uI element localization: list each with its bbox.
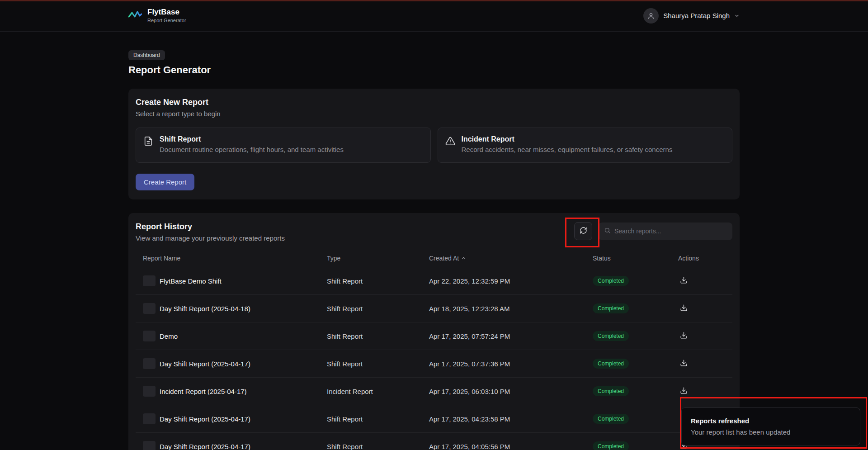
report-status-cell: Completed [585,303,671,313]
status-badge: Completed [593,441,629,450]
status-badge: Completed [593,303,629,313]
report-table: Report Name Type Created At Status Actio… [136,249,732,450]
report-name: Incident Report (2025-04-17) [160,388,247,395]
status-badge: Completed [593,276,629,286]
create-card-subtitle: Select a report type to begin [136,110,732,118]
report-actions-cell [671,330,732,342]
brand-subtitle: Report Generator [147,18,186,23]
option-title: Incident Report [462,135,673,143]
column-type[interactable]: Type [320,255,422,262]
report-history-card: Report History View and manage your prev… [128,213,740,450]
option-incident-report[interactable]: Incident Report Record accidents, near m… [438,128,733,163]
report-created-at-cell: Apr 17, 2025, 07:57:24 PM [422,332,585,340]
report-actions-cell [671,357,732,370]
report-type-cell: Shift Report [320,277,422,285]
report-type-cell: Incident Report [320,388,422,395]
report-name-cell: Day Shift Report (2025-04-17) [136,441,320,450]
search-icon [604,227,611,236]
history-card-subtitle: View and manage your previously created … [136,234,285,242]
table-row[interactable]: Incident Report (2025-04-17) Incident Re… [136,378,732,405]
search-input[interactable] [614,227,727,235]
column-actions: Actions [671,255,732,262]
report-type-cell: Shift Report [320,443,422,450]
search-box [599,223,732,240]
chevron-down-icon [734,13,740,19]
report-created-at-cell: Apr 17, 2025, 06:03:10 PM [422,388,585,395]
download-button[interactable] [678,302,689,315]
report-name: Demo [160,332,178,340]
download-button[interactable] [678,357,689,370]
report-name-cell: Day Shift Report (2025-04-18) [136,303,320,314]
report-actions-cell [671,302,732,315]
download-button[interactable] [678,385,689,398]
option-description: Record accidents, near misses, equipment… [462,146,673,153]
report-status-cell: Completed [585,359,671,369]
report-leading-box [143,331,156,341]
report-leading-box [143,303,156,314]
report-name: Day Shift Report (2025-04-17) [160,415,250,423]
report-leading-box [143,413,156,424]
file-text-icon [143,136,153,146]
download-icon [680,387,688,396]
app-header: FlytBase Report Generator Shaurya Pratap… [0,0,868,32]
table-row[interactable]: FlytBase Demo Shift Shift Report Apr 22,… [136,267,732,295]
user-menu[interactable]: Shaurya Pratap Singh [643,8,740,24]
report-created-at-cell: Apr 18, 2025, 12:23:28 AM [422,305,585,313]
report-leading-box [143,386,156,397]
report-table-body: FlytBase Demo Shift Shift Report Apr 22,… [136,267,732,450]
download-icon [680,332,688,341]
toast-message: Your report list has been updated [691,428,851,436]
brand-name: FlytBase [147,8,186,17]
user-avatar [643,8,659,24]
breadcrumb[interactable]: Dashboard [128,50,165,60]
create-report-card: Create New Report Select a report type t… [128,89,740,199]
report-status-cell: Completed [585,386,671,396]
report-name: FlytBase Demo Shift [160,277,222,285]
table-row[interactable]: Day Shift Report (2025-04-17) Shift Repo… [136,405,732,433]
chevron-up-icon [461,255,466,262]
report-name-cell: Day Shift Report (2025-04-17) [136,358,320,369]
brand[interactable]: FlytBase Report Generator [128,8,186,24]
history-card-title: Report History [136,222,285,232]
table-row[interactable]: Day Shift Report (2025-04-17) Shift Repo… [136,433,732,450]
report-name: Day Shift Report (2025-04-18) [160,305,250,313]
report-status-cell: Completed [585,331,671,341]
column-status[interactable]: Status [585,255,671,262]
download-button[interactable] [678,275,689,287]
report-type-cell: Shift Report [320,332,422,340]
report-leading-box [143,275,156,286]
report-name: Day Shift Report (2025-04-17) [160,360,250,368]
table-row[interactable]: Demo Shift Report Apr 17, 2025, 07:57:24… [136,322,732,350]
main-content: Dashboard Report Generator Create New Re… [0,50,868,450]
flytbase-logo-icon [128,10,142,22]
report-type-cell: Shift Report [320,305,422,313]
toast-title: Reports refreshed [691,417,851,425]
status-badge: Completed [593,386,629,396]
report-status-cell: Completed [585,276,671,286]
refresh-button[interactable] [574,222,592,240]
alert-triangle-icon [445,136,455,146]
report-actions-cell [671,385,732,398]
download-icon [680,359,688,368]
column-created-at[interactable]: Created At [429,255,466,262]
column-report-name[interactable]: Report Name [136,255,320,262]
table-row[interactable]: Day Shift Report (2025-04-18) Shift Repo… [136,295,732,322]
report-type-cell: Shift Report [320,415,422,423]
table-row[interactable]: Day Shift Report (2025-04-17) Shift Repo… [136,350,732,378]
report-created-at-cell: Apr 17, 2025, 04:05:56 PM [422,443,585,450]
download-icon [680,276,688,285]
report-created-at-cell: Apr 17, 2025, 07:37:36 PM [422,360,585,368]
download-button[interactable] [678,330,689,342]
report-created-at-cell: Apr 22, 2025, 12:32:59 PM [422,277,585,285]
report-actions-cell [671,275,732,287]
report-name-cell: Demo [136,331,320,341]
toast-notification[interactable]: Reports refreshed Your report list has b… [681,407,860,445]
option-shift-report[interactable]: Shift Report Document routine operations… [136,128,431,163]
report-status-cell: Completed [585,441,671,450]
refresh-icon [580,227,587,236]
download-icon [680,304,688,313]
create-card-title: Create New Report [136,98,732,107]
create-report-button[interactable]: Create Report [136,174,194,190]
user-name: Shaurya Pratap Singh [663,12,730,19]
top-accent-bar [0,0,868,1]
